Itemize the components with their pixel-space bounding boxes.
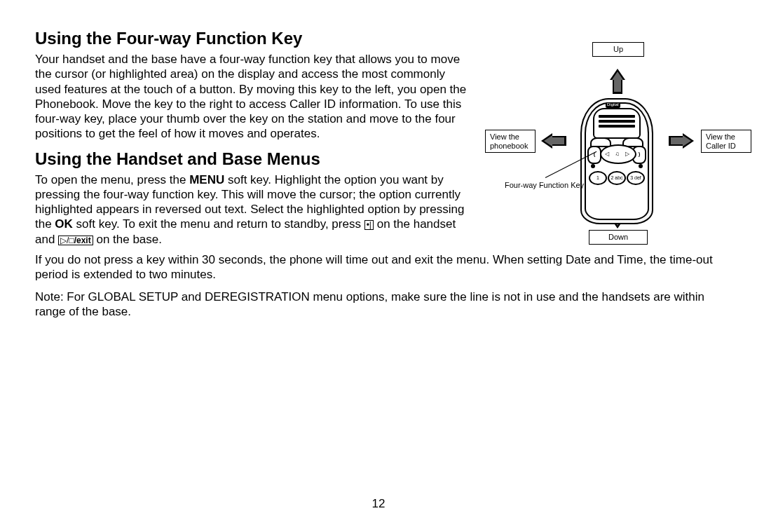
play-stop-exit-icon: ▷/□/exit bbox=[58, 236, 93, 245]
text-fragment: soft key. To exit the menu and return to… bbox=[73, 217, 364, 231]
arrow-left-icon bbox=[552, 137, 564, 144]
fourway-diagram: Up Down View the phonebook View the Call… bbox=[484, 28, 722, 252]
diagram-down-label: Down bbox=[589, 230, 648, 245]
arrow-left-icon bbox=[544, 135, 552, 146]
arrow-up-icon bbox=[612, 71, 623, 80]
handset-illustration: Digital 1 2 abc 3 def bbox=[572, 98, 662, 203]
ok-softkey-label: OK bbox=[55, 217, 73, 231]
function-key-caption: Four-way Function Key bbox=[505, 181, 584, 190]
menu-softkey-label: MENU bbox=[189, 173, 224, 186]
global-setup-note: Note: For GLOBAL SETUP and DEREGISTRATIO… bbox=[35, 289, 722, 320]
diagram-right-label: View the Caller ID bbox=[701, 130, 751, 153]
diagram-left-label: View the phonebook bbox=[485, 130, 536, 153]
text-fragment: To open the menu, press the bbox=[35, 173, 189, 186]
arrow-right-icon bbox=[683, 135, 691, 146]
key-1: 1 bbox=[589, 171, 607, 185]
page-number: 12 bbox=[372, 496, 386, 511]
brand-label: Digital bbox=[606, 102, 620, 108]
heading-fourway: Using the Four-way Function Key bbox=[35, 28, 470, 49]
menus-description-1: To open the menu, press the MENU soft ke… bbox=[35, 172, 470, 247]
arrow-right-icon bbox=[671, 137, 683, 144]
fourway-description: Your handset and the base have a four-wa… bbox=[35, 52, 470, 142]
timeout-note: If you do not press a key within 30 seco… bbox=[35, 252, 722, 282]
arrow-up-icon bbox=[614, 80, 621, 92]
key-2: 2 abc bbox=[608, 171, 626, 185]
end-icon: •| bbox=[364, 220, 374, 230]
key-3: 3 def bbox=[627, 171, 645, 185]
navpad-icon bbox=[600, 144, 636, 164]
heading-menus: Using the Handset and Base Menus bbox=[35, 149, 470, 170]
diagram-up-label: Up bbox=[592, 42, 644, 57]
text-fragment: on the base. bbox=[93, 233, 162, 246]
